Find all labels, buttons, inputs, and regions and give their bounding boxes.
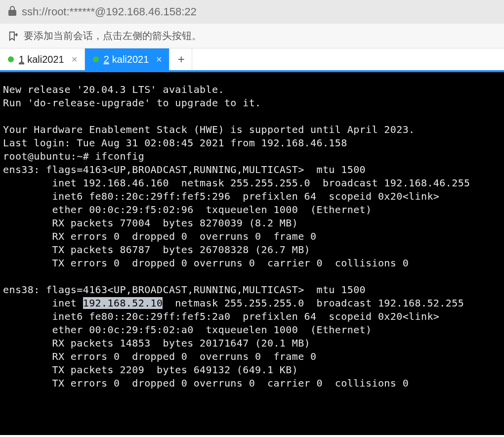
bookmark-arrow-icon (8, 31, 19, 42)
term-line: Run 'do-release-upgrade' to upgrade to i… (3, 97, 261, 109)
tab-kali2021-2[interactable]: 2 kali2021 ✕ (85, 48, 170, 70)
address-text: ssh://root:******@192.168.46.158:22 (22, 5, 197, 18)
new-tab-button[interactable]: + (169, 48, 192, 70)
tab-index: 1 (19, 54, 24, 65)
terminal[interactable]: New release '20.04.3 LTS' available. Run… (0, 72, 504, 435)
term-line: New release '20.04.3 LTS' available. (3, 84, 224, 95)
term-line: ether 00:0c:29:f5:02:96 txqueuelen 1000 … (3, 204, 372, 216)
tab-index: 2 (104, 54, 109, 65)
selected-ip: 192.168.52.10 (83, 297, 163, 309)
term-line: RX packets 77004 bytes 8270039 (8.2 MB) (3, 217, 298, 229)
status-dot-icon (93, 56, 99, 62)
plus-icon: + (178, 52, 185, 66)
info-bar: 要添加当前会话，点击左侧的箭头按钮。 (0, 24, 504, 48)
term-line: ens33: flags=4163<UP,BROADCAST,RUNNING,M… (3, 164, 366, 175)
term-line: Your Hardware Enablement Stack (HWE) is … (3, 124, 415, 135)
close-icon[interactable]: ✕ (156, 55, 162, 64)
term-line: TX errors 0 dropped 0 overruns 0 carrier… (3, 377, 409, 389)
status-dot-icon (8, 56, 14, 62)
term-line: RX packets 14853 bytes 20171647 (20.1 MB… (3, 337, 310, 349)
term-line: TX errors 0 dropped 0 overruns 0 carrier… (3, 257, 409, 269)
close-icon[interactable]: ✕ (71, 55, 78, 64)
term-line: ens38: flags=4163<UP,BROADCAST,RUNNING,M… (3, 284, 366, 296)
tab-label: kali2021 (27, 54, 64, 65)
info-message: 要添加当前会话，点击左侧的箭头按钮。 (24, 29, 202, 43)
term-line: inet6 fe80::20c:29ff:fef5:2a0 prefixlen … (3, 310, 439, 322)
term-line: inet 192.168.52.10 netmask 255.255.255.0… (3, 297, 464, 309)
term-line: Last login: Tue Aug 31 02:08:45 2021 fro… (3, 137, 347, 149)
tab-strip: 1 kali2021 ✕ 2 kali2021 ✕ + (0, 48, 504, 72)
term-line: TX packets 2209 bytes 649132 (649.1 KB) (3, 364, 298, 376)
term-line: ether 00:0c:29:f5:02:a0 txqueuelen 1000 … (3, 324, 372, 336)
tab-kali2021-1[interactable]: 1 kali2021 ✕ (0, 48, 85, 70)
term-line: inet6 fe80::20c:29ff:fef5:296 prefixlen … (3, 190, 439, 202)
term-line: RX errors 0 dropped 0 overruns 0 frame 0 (3, 350, 317, 362)
term-line: TX packets 86787 bytes 26708328 (26.7 MB… (3, 244, 310, 256)
tab-label: kali2021 (112, 54, 149, 65)
term-line: root@ubuntu:~# ifconfig (3, 150, 144, 162)
lock-icon (8, 6, 17, 18)
term-line: RX errors 0 dropped 0 overruns 0 frame 0 (3, 230, 317, 242)
address-bar[interactable]: ssh://root:******@192.168.46.158:22 (0, 0, 504, 24)
term-line: inet 192.168.46.160 netmask 255.255.255.… (3, 177, 470, 189)
